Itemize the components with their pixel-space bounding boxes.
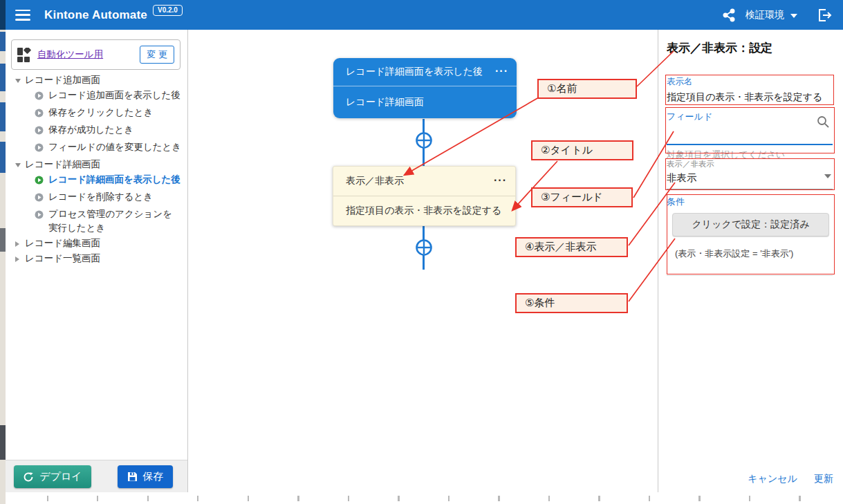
- app-selector: 自動化ツール用 変 更: [11, 39, 180, 70]
- flow-node-action[interactable]: 表示／非表示 ··· 指定項目の表示・非表示を設定する: [333, 166, 516, 226]
- tree-item[interactable]: 保存が成功したとき: [6, 122, 188, 140]
- edge-segment: [0, 142, 6, 173]
- edge-segment: [0, 102, 6, 131]
- visibility-value: 非表示: [667, 171, 833, 189]
- event-tree: レコード追加画面 レコード追加画面を表示した後 保存をクリックしたとき 保存が成…: [6, 73, 188, 266]
- app-name-link[interactable]: 自動化ツール用: [37, 48, 103, 61]
- event-icon: [35, 142, 44, 156]
- add-node-icon[interactable]: [415, 239, 433, 256]
- tree-item[interactable]: 保存をクリックしたとき: [6, 105, 188, 122]
- environment-label: 検証環境: [745, 9, 784, 21]
- event-icon: [35, 108, 44, 122]
- edge-segment: [0, 228, 6, 252]
- tree-label: レコードを削除するとき: [48, 190, 185, 204]
- update-button[interactable]: 更新: [814, 473, 833, 485]
- annotation-label: ③フィールド: [541, 191, 603, 204]
- node-body: 指定項目の表示・非表示を設定する: [333, 196, 515, 225]
- display-name-value[interactable]: 指定項目の表示・非表示を設定する: [667, 91, 835, 104]
- sidebar-footer: デプロイ 保存: [6, 460, 187, 492]
- annotation-box-title: ②タイトル: [531, 140, 633, 160]
- annotation-label: ⑤条件: [525, 297, 555, 310]
- tree-label: プロセス管理のアクションを実行したとき: [48, 207, 176, 235]
- tree-group-record-list[interactable]: レコード一覧画面: [6, 251, 188, 266]
- display-name-label: 表示名: [667, 76, 835, 88]
- background-window-edge: [0, 0, 6, 504]
- tree-label: フィールドの値を変更したとき: [48, 140, 185, 154]
- chevron-expanded-icon: [15, 163, 21, 167]
- app-title: Kintone Automate: [44, 8, 147, 22]
- condition-label: 条件: [667, 196, 833, 208]
- tree-item-selected[interactable]: レコード詳細画面を表示した後: [6, 172, 188, 189]
- tree-label: 保存が成功したとき: [48, 123, 185, 137]
- save-button[interactable]: 保存: [118, 465, 173, 488]
- node-menu-icon[interactable]: ···: [495, 65, 508, 77]
- divider: [667, 275, 833, 276]
- background-ruler-ticks: [6, 496, 843, 501]
- sync-icon: [23, 472, 34, 483]
- top-app-bar: Kintone Automate V0.2.0 検証環境: [6, 0, 843, 30]
- node-subtitle: レコード詳細画面: [346, 96, 424, 109]
- tree-label: レコード編集画面: [25, 236, 185, 250]
- tree-item[interactable]: プロセス管理のアクションを実行したとき: [6, 207, 188, 236]
- tree-item[interactable]: レコード追加画面を表示した後: [6, 88, 188, 105]
- version-badge: V0.2.0: [153, 5, 183, 16]
- node-title: レコード詳細画面を表示した後: [346, 66, 483, 78]
- annotation-box-field: ③フィールド: [531, 187, 633, 207]
- node-menu-icon[interactable]: ···: [494, 174, 507, 187]
- display-name-field: 表示名 指定項目の表示・非表示を設定する: [667, 76, 835, 104]
- tree-label: レコード追加画面を表示した後: [48, 88, 185, 102]
- node-header: レコード詳細画面を表示した後 ···: [333, 58, 517, 86]
- condition-set-button[interactable]: クリックで設定：設定済み: [672, 213, 829, 236]
- tree-label: 保存をクリックしたとき: [48, 106, 185, 120]
- field-label: フィールド: [667, 111, 833, 123]
- flow-node-trigger[interactable]: レコード詳細画面を表示した後 ··· レコード詳細画面: [333, 58, 517, 118]
- field-select-group: フィールド 対象項目を選択してください: [667, 111, 833, 161]
- settings-panel: 表示／非表示：設定 表示名 指定項目の表示・非表示を設定する フィールド 対象項…: [658, 30, 843, 492]
- logout-icon[interactable]: [817, 8, 832, 23]
- node-body: レコード詳細画面: [333, 86, 517, 118]
- annotation-box-condition: ⑤条件: [515, 293, 628, 313]
- add-node-icon[interactable]: [415, 131, 433, 149]
- tree-label: レコード一覧画面: [25, 252, 185, 265]
- tree-label: レコード詳細画面: [25, 158, 185, 171]
- cancel-button[interactable]: キャンセル: [748, 473, 797, 485]
- event-icon-active: [35, 175, 44, 189]
- caret-down-icon: [790, 14, 797, 18]
- panel-footer: キャンセル 更新: [748, 473, 833, 485]
- annotation-box-visibility: ④表示／非表示: [515, 237, 628, 257]
- hamburger-icon[interactable]: [15, 10, 30, 21]
- annotation-label: ④表示／非表示: [525, 241, 596, 254]
- tree-label: レコード詳細画面を表示した後: [48, 173, 185, 187]
- panel-title: 表示／非表示：設定: [667, 40, 772, 56]
- tree-group-record-edit[interactable]: レコード編集画面: [6, 236, 188, 251]
- deploy-button-label: デプロイ: [39, 470, 82, 483]
- visibility-select[interactable]: 表示／非表示 非表示: [667, 159, 833, 189]
- app-icon: [17, 48, 32, 62]
- field-search-input[interactable]: [667, 123, 833, 145]
- chevron-collapsed-icon: [15, 256, 19, 262]
- node-title: 表示／非表示: [346, 175, 404, 187]
- tree-group-record-add[interactable]: レコード追加画面: [6, 73, 188, 88]
- tree-label: レコード追加画面: [25, 73, 185, 87]
- sidebar: 自動化ツール用 変 更 レコード追加画面 レコード追加画面を表示した後 保存をク…: [6, 30, 188, 492]
- environment-dropdown[interactable]: 検証環境: [745, 9, 797, 21]
- edge-segment: [0, 32, 6, 51]
- tree-item[interactable]: レコードを削除するとき: [6, 189, 188, 207]
- event-icon: [35, 192, 44, 206]
- kintone-automate-window: Kintone Automate V0.2.0 検証環境 自動化ツール用 変 更…: [0, 0, 843, 504]
- edge-segment: [0, 0, 6, 30]
- edge-segment: [0, 64, 6, 91]
- chevron-collapsed-icon: [15, 241, 19, 247]
- save-button-label: 保存: [143, 470, 164, 483]
- search-icon: [816, 115, 830, 131]
- annotation-label: ①名前: [547, 82, 577, 95]
- annotation-label: ②タイトル: [541, 144, 593, 157]
- change-app-button[interactable]: 変 更: [140, 46, 174, 64]
- share-icon[interactable]: [722, 8, 736, 23]
- condition-summary: (表示・非表示設定 = '非表示'): [675, 248, 833, 260]
- condition-group: 条件 クリックで設定：設定済み (表示・非表示設定 = '非表示'): [667, 196, 833, 276]
- floppy-icon: [127, 472, 138, 482]
- tree-group-record-detail[interactable]: レコード詳細画面: [6, 157, 188, 172]
- deploy-button[interactable]: デプロイ: [14, 465, 91, 488]
- tree-item[interactable]: フィールドの値を変更したとき: [6, 140, 188, 157]
